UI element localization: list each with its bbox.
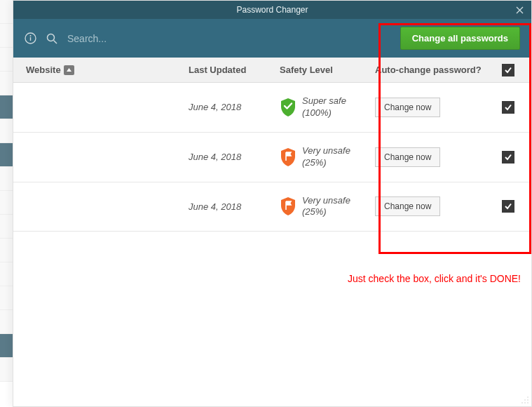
resize-grip[interactable]	[521, 396, 529, 404]
cell-safety-level: Super safe(100%)	[280, 95, 375, 119]
svg-point-1	[30, 35, 32, 36]
cell-last-updated: June 4, 2018	[189, 102, 280, 112]
annotation-text: Just check the box, click and it's DONE!	[348, 273, 521, 284]
table-row: June 4, 2018Very unsafe(25%)Change now	[13, 182, 531, 232]
cell-safety-level: Very unsafe(25%)	[280, 145, 375, 169]
background-sliver	[0, 0, 13, 407]
svg-point-9	[524, 402, 526, 403]
change-now-button[interactable]: Change now	[375, 196, 440, 216]
sort-indicator	[64, 65, 74, 75]
row-checkbox[interactable]	[502, 200, 514, 213]
safety-text: Very unsafe(25%)	[302, 195, 350, 219]
sort-asc-icon	[66, 67, 72, 72]
info-icon	[25, 32, 36, 44]
svg-point-8	[521, 402, 523, 403]
change-now-button[interactable]: Change now	[375, 147, 440, 167]
cell-last-updated: June 4, 2018	[189, 201, 280, 212]
cell-last-updated: June 4, 2018	[189, 152, 280, 162]
check-icon	[504, 153, 512, 161]
svg-line-4	[54, 40, 57, 44]
column-header-website[interactable]: Website	[26, 65, 189, 75]
shield-check-icon	[280, 98, 296, 117]
toolbar: Change all passwords	[13, 19, 531, 58]
row-checkbox[interactable]	[502, 151, 514, 164]
column-header-auto-change: Auto-change password?	[375, 64, 519, 76]
check-icon	[504, 103, 512, 112]
svg-point-10	[527, 402, 528, 403]
cell-auto-change: Change now	[375, 98, 519, 117]
select-all-checkbox[interactable]	[502, 64, 514, 76]
table-header: Website Last Updated Safety Level Auto-c…	[13, 58, 531, 83]
info-button[interactable]	[25, 32, 36, 44]
svg-point-5	[527, 396, 528, 398]
shield-flag-icon	[280, 147, 296, 167]
cell-auto-change: Change now	[375, 147, 519, 167]
cell-auto-change: Change now	[375, 196, 519, 216]
row-checkbox[interactable]	[502, 101, 514, 114]
titlebar: Password Changer	[13, 1, 531, 19]
svg-point-7	[527, 399, 528, 401]
search-icon	[46, 33, 57, 44]
table-row: June 4, 2018Super safe(100%)Change now	[13, 83, 531, 133]
column-header-last-updated[interactable]: Last Updated	[189, 65, 280, 75]
column-header-safety-level[interactable]: Safety Level	[280, 65, 375, 75]
password-changer-window: Password Changer Change all passwords We…	[13, 0, 532, 407]
window-title: Password Changer	[236, 5, 308, 15]
safety-text: Very unsafe(25%)	[302, 145, 350, 169]
svg-rect-2	[30, 37, 31, 41]
check-icon	[504, 202, 512, 211]
search-input[interactable]	[67, 33, 390, 44]
close-button[interactable]	[507, 1, 531, 19]
table-row: June 4, 2018Very unsafe(25%)Change now	[13, 133, 531, 182]
search-button[interactable]	[46, 33, 57, 44]
cell-safety-level: Very unsafe(25%)	[280, 195, 375, 219]
svg-point-3	[48, 34, 55, 41]
close-icon	[516, 6, 524, 14]
safety-text: Super safe(100%)	[302, 95, 346, 119]
shield-flag-icon	[280, 196, 296, 216]
change-all-passwords-button[interactable]: Change all passwords	[400, 27, 520, 50]
svg-point-6	[524, 399, 526, 401]
table-body: June 4, 2018Super safe(100%)Change nowJu…	[13, 83, 531, 232]
check-icon	[504, 66, 512, 74]
change-now-button[interactable]: Change now	[375, 98, 440, 117]
